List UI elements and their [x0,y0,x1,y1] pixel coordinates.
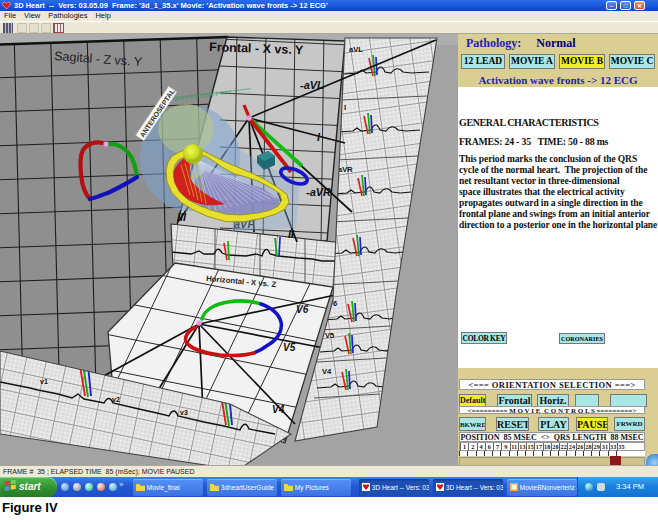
svg-text:V4: V4 [322,367,332,376]
svg-text:v1: v1 [40,378,48,385]
svg-text:aVR: aVR [338,165,353,174]
svg-text:V5: V5 [325,331,334,340]
svg-text:aVL: aVL [349,45,363,54]
svg-text:V5: V5 [283,342,296,353]
svg-text:I: I [344,103,346,112]
svg-text:II: II [288,228,295,240]
svg-text:-aVR: -aVR [306,186,331,198]
svg-text:v2: v2 [112,396,120,403]
svg-text:III: III [177,211,187,223]
svg-text:V6: V6 [296,304,309,315]
svg-text:v3: v3 [180,409,188,416]
svg-text:-aVL: -aVL [300,79,324,91]
svg-text:V4: V4 [272,404,285,415]
